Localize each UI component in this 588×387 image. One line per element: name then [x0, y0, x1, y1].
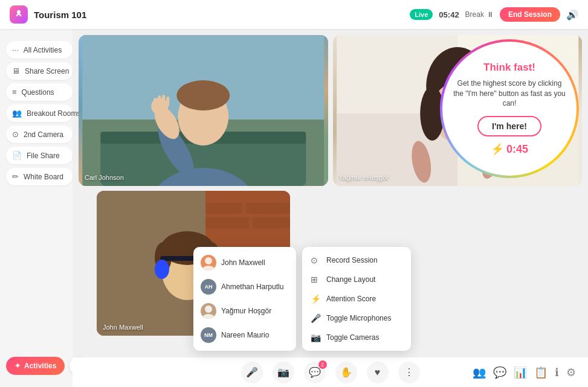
end-session-button[interactable]: End Session: [500, 7, 560, 22]
think-fast-title: Think fast!: [483, 62, 535, 74]
files-icon[interactable]: 📋: [534, 366, 548, 379]
sidebar-item-file-share[interactable]: 📄 File Share: [6, 147, 73, 164]
app-logo: [10, 5, 28, 24]
sidebar-item-breakout-rooms[interactable]: 👥 Breakout Rooms: [6, 104, 73, 122]
record-icon: ⊙: [311, 255, 320, 265]
settings-icon[interactable]: ⚙: [566, 366, 576, 379]
participant-john[interactable]: John Maxwell: [193, 251, 296, 275]
chat-badge: 2: [318, 360, 327, 369]
john-label: John Maxwell: [103, 324, 143, 331]
participant-nareen[interactable]: NM Nareen Maurio: [193, 323, 296, 347]
think-fast-description: Get the highest score by clicking the "I…: [452, 78, 567, 109]
file-share-icon: 📄: [12, 151, 22, 160]
participant-ahmethan[interactable]: AH Ahmethan Harputlu: [193, 275, 296, 299]
avatar-john: [201, 255, 216, 270]
sidebar-item-share-screen[interactable]: 🖥 Share Screen: [6, 62, 73, 80]
svg-rect-11: [158, 95, 161, 107]
more-button[interactable]: ⋮: [398, 362, 420, 383]
yagmur-label: Yağmur eHoşgör: [339, 174, 389, 181]
bottom-bar: 🎤 📷 💬 2 ✋ ♥ ⋮ 👥 💬 📊 📋 ℹ ⚙: [73, 357, 588, 387]
react-button[interactable]: ♥: [367, 362, 389, 383]
svg-rect-13: [166, 97, 169, 106]
svg-rect-10: [153, 98, 157, 109]
microphone-icon: 🎤: [311, 313, 320, 323]
avatar-ahmethan: AH: [201, 279, 216, 295]
sidebar-item-white-board[interactable]: ✏ White Board: [6, 168, 73, 185]
avatar-nareen: NM: [201, 327, 216, 343]
camera-icon: 📷: [277, 366, 289, 378]
messages-icon[interactable]: 💬: [493, 366, 506, 379]
svg-rect-27: [247, 203, 290, 214]
bottom-right-icons: 👥 💬 📊 📋 ℹ ⚙: [473, 366, 576, 379]
camera2-icon: ⊙: [12, 130, 19, 139]
sidebar-item-2nd-camera[interactable]: ⊙ 2nd Camera: [6, 126, 73, 143]
svg-point-6: [176, 80, 230, 110]
header: Tourism 101 Live 05:42 Break ⏸ End Sessi…: [0, 0, 588, 29]
svg-rect-29: [253, 217, 290, 228]
context-menu: ⊙ Record Session ⊞ Change Layout ⚡ Atten…: [302, 247, 411, 351]
cameras-icon: 📷: [311, 333, 320, 342]
header-controls: Live 05:42 Break ⏸ End Session 🔊: [410, 7, 578, 22]
layout-icon: ⊞: [311, 275, 320, 284]
all-activities-icon: ···: [12, 45, 19, 54]
svg-rect-12: [162, 95, 165, 107]
participants-icon[interactable]: 👥: [473, 366, 486, 379]
svg-point-39: [205, 257, 212, 264]
mic-icon: 🎤: [246, 366, 258, 378]
think-fast-timer: ⚡ 0:45: [491, 142, 528, 156]
more-icon: ⋮: [404, 366, 414, 378]
sidebar: ··· All Activities 🖥 Share Screen ≡ Ques…: [0, 29, 73, 387]
mic-button[interactable]: 🎤: [241, 362, 263, 383]
attention-icon: ⚡: [311, 294, 320, 304]
chat-button[interactable]: 💬 2: [304, 362, 326, 383]
sidebar-item-all-activities[interactable]: ··· All Activities: [6, 41, 73, 59]
session-title: Tourism 101: [34, 10, 410, 20]
svg-point-40: [202, 266, 215, 270]
sidebar-item-questions[interactable]: ≡ Questions: [6, 83, 73, 101]
context-layout[interactable]: ⊞ Change Layout: [302, 270, 411, 289]
whiteboard-icon: ✏: [12, 172, 19, 181]
hand-button[interactable]: ✋: [335, 362, 357, 383]
context-attention[interactable]: ⚡ Attention Score: [302, 289, 411, 309]
live-badge: Live: [410, 9, 433, 20]
hand-icon: ✋: [340, 366, 352, 378]
context-microphones[interactable]: 🎤 Toggle Microphones: [302, 309, 411, 328]
session-timer: 05:42: [439, 10, 459, 19]
activities-icon: ✦: [15, 362, 21, 370]
svg-rect-26: [205, 203, 242, 214]
svg-rect-28: [205, 217, 249, 228]
participants-dropdown: John Maxwell AH Ahmethan Harputlu Yağmur…: [193, 247, 296, 351]
info-icon[interactable]: ℹ: [555, 366, 559, 379]
avatar-yagmur: [201, 303, 216, 319]
camera-button[interactable]: 📷: [273, 362, 294, 383]
questions-icon: ≡: [12, 88, 17, 97]
context-cameras[interactable]: 📷 Toggle Cameras: [302, 328, 411, 347]
im-here-button[interactable]: I'm here!: [477, 116, 541, 136]
participant-yagmur[interactable]: Yağmur Hoşgör: [193, 299, 296, 323]
share-screen-icon: 🖥: [12, 66, 20, 75]
chat-icon: 💬: [309, 366, 321, 378]
think-fast-popup: Think fast! Get the highest score by cli…: [442, 42, 577, 176]
analytics-icon[interactable]: 📊: [514, 366, 527, 379]
activities-button[interactable]: ✦ Activities: [6, 357, 65, 375]
carl-label: Carl Johnson: [85, 174, 124, 181]
svg-point-37: [155, 260, 169, 279]
svg-point-42: [202, 314, 215, 319]
svg-point-41: [205, 305, 212, 313]
context-record[interactable]: ⊙ Record Session: [302, 251, 411, 270]
video-cell-carl: Carl Johnson: [79, 35, 328, 186]
timer-lightning-icon: ⚡: [491, 142, 504, 156]
break-badge: Break ⏸: [465, 10, 494, 19]
heart-icon: ♥: [375, 367, 381, 378]
breakout-icon: 👥: [12, 109, 22, 118]
speaker-icon: 🔊: [566, 9, 578, 21]
